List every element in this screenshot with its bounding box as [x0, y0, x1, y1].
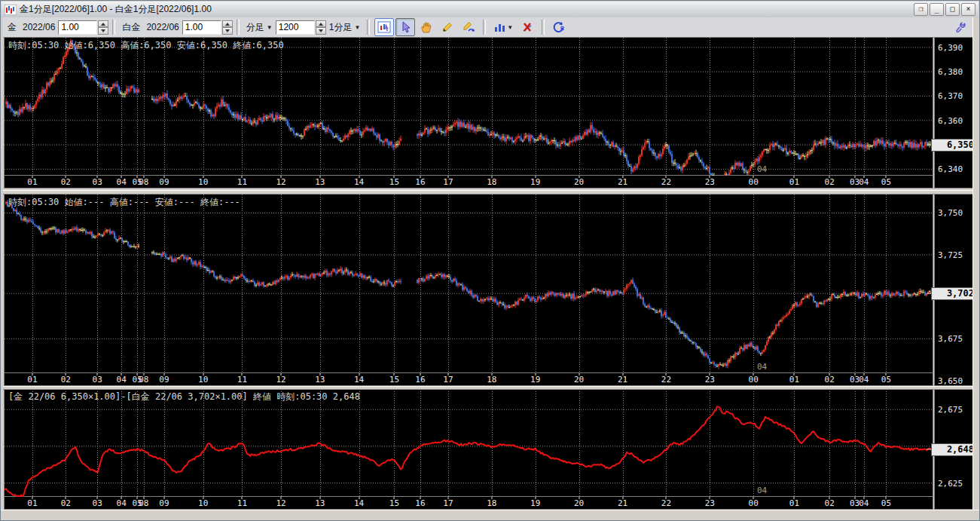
platinum-chart-canvas[interactable]: [5, 195, 933, 374]
window-title: 金1分足[2022/06]1.00 - 白金1分足[2022/06]1.00: [20, 3, 212, 16]
platinum-info-readout: 時刻:05:30 始値:--- 高値:--- 安値:--- 終値:---: [8, 196, 240, 209]
tick-mark: [137, 176, 138, 178]
tick-mark: [163, 176, 164, 178]
gold-chart-plot[interactable]: [4, 37, 933, 176]
tick-mark: [710, 176, 710, 178]
platinum-x-tick-label: 22: [661, 375, 671, 385]
gold-x-tick-label: 10: [198, 177, 208, 187]
draw-tool-button[interactable]: [459, 18, 478, 36]
spread-y-tick-label: 2,675: [938, 405, 963, 415]
spread-x-tick-label: 18: [487, 498, 496, 508]
gold-chart-canvas[interactable]: [5, 38, 933, 176]
tick-mark: [710, 373, 710, 375]
pan-hand-button[interactable]: [417, 18, 436, 36]
gold-x-tick-label: 09: [159, 177, 169, 187]
interval-dropdown[interactable]: 1分足▼: [326, 20, 364, 35]
spread-x-tick-label: 05: [881, 498, 891, 508]
minimize-button[interactable]: _: [930, 3, 944, 16]
select-cursor-icon: [399, 21, 411, 33]
chart-type-button[interactable]: ▼: [490, 18, 516, 36]
pencil-button[interactable]: [438, 18, 457, 36]
tick-mark: [420, 373, 420, 375]
pane-splitter[interactable]: [1, 190, 979, 195]
delete-drawings-button[interactable]: [517, 18, 537, 36]
platinum-x-tick-label: 03: [93, 375, 102, 385]
tick-mark: [121, 497, 122, 499]
gold-x-tick-label: 13: [315, 177, 325, 187]
platinum-x-tick-label: 19: [530, 375, 540, 385]
platinum-x-tick-label: 08: [139, 375, 148, 385]
gold-x-axis: 0102030405080910111213141516171819202122…: [4, 176, 933, 188]
platinum-multiplier-stepper[interactable]: [222, 20, 233, 35]
spread-y-axis: 2,6752,6502,6252,648: [934, 388, 974, 510]
tick-mark: [863, 373, 864, 375]
reload-button[interactable]: R: [549, 18, 569, 36]
tick-mark: [359, 373, 359, 375]
title-bar: 金1分足[2022/06]1.00 - 白金1分足[2022/06]1.00 ❐…: [2, 2, 978, 18]
spread-x-tick-label: 12: [276, 498, 286, 508]
gold-current-price-box: 6,350: [931, 139, 978, 152]
float-window-button[interactable]: ❐: [914, 3, 928, 16]
gold-contract-value[interactable]: 2022/06: [23, 22, 55, 32]
gold-multiplier-stepper[interactable]: [98, 20, 108, 35]
tick-mark: [854, 373, 855, 375]
spread-x-tick-label: 08: [139, 498, 148, 508]
spread-x-tick-label: 11: [237, 498, 247, 508]
spread-chart-plot[interactable]: [4, 388, 933, 497]
close-button[interactable]: ×: [961, 3, 975, 16]
chart-cursor-button[interactable]: [374, 18, 394, 36]
pencil-icon: [441, 21, 453, 33]
timeframe-dropdown[interactable]: 分足▼: [243, 20, 276, 35]
tick-mark: [622, 176, 623, 178]
tick-mark: [666, 176, 667, 178]
platinum-chart-plot[interactable]: [4, 194, 933, 373]
pan-hand-icon: [420, 21, 433, 33]
platinum-x-tick-label: 01: [789, 375, 799, 385]
gold-x-tick-label: 01: [27, 177, 37, 187]
tick-mark: [829, 497, 830, 499]
spread-x-tick-label: 16: [415, 498, 425, 508]
spread-x-tick-label: 01: [789, 498, 799, 508]
tick-mark: [886, 373, 887, 375]
delete-drawings-icon: [521, 21, 533, 33]
spread-x-tick-label: 01: [27, 498, 37, 508]
tick-mark: [753, 373, 754, 375]
gold-x-tick-label: 04: [117, 177, 127, 187]
maximize-button[interactable]: □: [945, 3, 960, 16]
gold-label: 金: [8, 21, 17, 34]
spread-chart-canvas[interactable]: [5, 389, 933, 498]
tick-mark: [447, 497, 448, 499]
spread-x-tick-label: 19: [530, 498, 540, 508]
tick-mark: [242, 176, 243, 178]
gold-x-tick-label: 15: [389, 177, 399, 187]
platinum-multiplier-input[interactable]: [182, 20, 221, 35]
reload-icon: R: [552, 21, 566, 33]
pane-splitter[interactable]: [1, 386, 979, 390]
platinum-contract-value[interactable]: 2022/06: [146, 22, 179, 32]
gold-multiplier-input[interactable]: [58, 20, 97, 35]
platinum-x-tick-label: 05: [881, 375, 891, 385]
tick-mark: [319, 497, 320, 499]
tick-mark: [535, 497, 536, 499]
settings-button[interactable]: [951, 18, 971, 36]
tick-mark: [394, 176, 395, 178]
tick-mark: [863, 497, 864, 499]
bar-count-stepper[interactable]: [316, 20, 326, 35]
platinum-y-tick-label: 3,750: [938, 208, 963, 218]
platinum-x-tick-label: 17: [443, 375, 453, 385]
bar-count-input[interactable]: [276, 20, 315, 35]
spread-x-tick-label: 04: [117, 498, 127, 508]
tick-mark: [32, 497, 32, 499]
spread-x-tick-label: 10: [198, 498, 208, 508]
tick-mark: [66, 497, 66, 499]
tick-mark: [447, 373, 448, 375]
platinum-y-tick-label: 3,675: [938, 334, 963, 344]
draw-tool-icon: [462, 21, 475, 33]
gold-x-tick-label: 19: [530, 177, 540, 187]
tick-mark: [666, 497, 667, 499]
gold-y-tick-label: 6,340: [938, 164, 963, 174]
chevron-down-icon: ▼: [354, 24, 360, 31]
select-cursor-button[interactable]: [395, 18, 415, 36]
tick-mark: [491, 176, 492, 178]
tick-mark: [535, 176, 536, 178]
